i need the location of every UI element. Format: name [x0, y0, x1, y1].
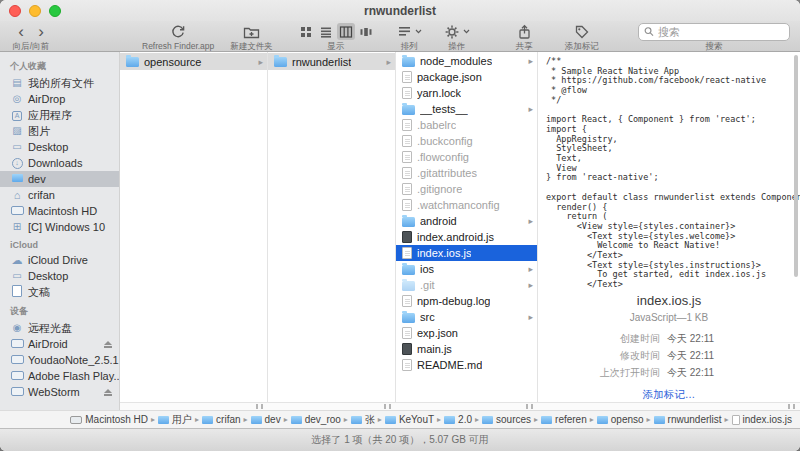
folder-name: opensource [144, 56, 202, 68]
sidebar-item-remote-disc[interactable]: 远程光盘 [0, 320, 119, 336]
sidebar-item-webstorm[interactable]: WebStorm [0, 384, 119, 400]
minimize-button[interactable] [29, 5, 41, 17]
file-row-gitattributes[interactable]: .gitattributes [396, 165, 537, 181]
path-separator: ▸ [151, 415, 155, 424]
eject-icon[interactable] [103, 389, 113, 396]
document-icon [402, 247, 412, 259]
sidebar-item-crifan[interactable]: crifan [0, 187, 119, 203]
sidebar-item-airdroid[interactable]: AirDroid [0, 336, 119, 352]
tags-label: 添加标记 [565, 41, 599, 51]
file-name: yarn.lock [417, 87, 461, 99]
sidebar-item-documents[interactable]: 文稿 [0, 284, 119, 300]
tags-button[interactable]: 添加标记 [565, 22, 599, 51]
file-row-main-js[interactable]: main.js [396, 341, 537, 357]
search-input[interactable] [658, 26, 784, 38]
file-row-npm-debug-log[interactable]: npm-debug.log [396, 293, 537, 309]
folder-icon [597, 416, 608, 424]
path-item-users[interactable]: 用户 [158, 413, 192, 427]
sidebar-item-downloads[interactable]: Downloads [0, 155, 119, 171]
sidebar-item-icloud-desktop[interactable]: Desktop [0, 268, 119, 284]
sidebar-item-all-my-files[interactable]: 我的所有文件 [0, 75, 119, 91]
file-row-buckconfig[interactable]: .buckconfig [396, 133, 537, 149]
icloud-section-title: iCloud [0, 235, 119, 252]
sidebar-item-macintosh-hd[interactable]: Macintosh HD [0, 203, 119, 219]
sidebar-item-windows-10[interactable]: [C] Windows 10 [0, 219, 119, 235]
file-row-index-ios-js[interactable]: index.ios.js [396, 245, 537, 261]
arrange-button[interactable]: 排列 [397, 22, 422, 51]
sidebar-item-adobe-flash-player[interactable]: Adobe Flash Play... [0, 368, 119, 384]
action-button[interactable]: 操作 [444, 22, 470, 51]
icon-view-button[interactable] [297, 23, 315, 40]
file-name: main.js [417, 343, 452, 355]
close-button[interactable] [9, 5, 21, 17]
new-folder-button[interactable]: 新建文件夹 [230, 22, 273, 51]
column-resize-handle[interactable] [256, 404, 263, 409]
file-row-index-android-js[interactable]: index.android.js [396, 229, 537, 245]
search-box[interactable] [638, 23, 790, 41]
file-row-src[interactable]: src▸ [396, 309, 537, 325]
file-row-git[interactable]: .git▸ [396, 277, 537, 293]
meta-label: 创建时间 [564, 332, 660, 346]
sidebar-item-desktop[interactable]: Desktop [0, 139, 119, 155]
file-row-yarn-lock[interactable]: yarn.lock [396, 85, 537, 101]
file-row-ios[interactable]: ios▸ [396, 261, 537, 277]
refresh-button[interactable]: Refresh Finder.app [142, 22, 214, 51]
path-item-macintosh-hd[interactable]: Macintosh HD [70, 414, 148, 425]
folder-row-opensource[interactable]: opensource▸ [120, 53, 267, 70]
path-item-5[interactable]: 张 [351, 413, 375, 427]
finder-window: rnwunderlist ‹ › 向后/向前 Refresh Finder.ap… [0, 0, 800, 451]
column-resize-handle[interactable] [788, 404, 795, 409]
path-item-index-ios-js[interactable]: index.ios.js [732, 414, 792, 425]
icloud-icon [10, 255, 24, 266]
list-view-button[interactable] [317, 23, 335, 40]
file-row-gitignore[interactable]: .gitignore [396, 181, 537, 197]
path-item-2-0[interactable]: 2.0 [444, 414, 472, 425]
column-resize-handle[interactable] [384, 404, 391, 409]
zoom-button[interactable] [49, 5, 61, 17]
sidebar-item-airdrop[interactable]: AirDrop [0, 91, 119, 107]
column-resize-handle[interactable] [526, 404, 533, 409]
sidebar-item-icloud-drive[interactable]: iCloud Drive [0, 252, 119, 268]
sidebar-item-pictures[interactable]: 图片 [0, 123, 119, 139]
file-row-babelrc[interactable]: .babelrc [396, 117, 537, 133]
path-item-opensource[interactable]: openso [597, 414, 644, 425]
search-group: 搜索 [638, 22, 790, 51]
sidebar-item-youdaonote[interactable]: YoudaoNote_2.5.1 [0, 352, 119, 368]
file-row-package-json[interactable]: package.json [396, 69, 537, 85]
file-row-exp-json[interactable]: exp.json [396, 325, 537, 341]
path-item-reference[interactable]: referen [541, 414, 587, 425]
file-row-node-modules[interactable]: node_modules▸ [396, 53, 537, 69]
coverflow-view-button[interactable] [357, 23, 375, 40]
add-tags-link[interactable]: 添加标记… [538, 388, 800, 402]
folder-icon [402, 105, 415, 115]
file-name: index.android.js [417, 231, 494, 243]
eject-icon[interactable] [103, 341, 113, 348]
back-button[interactable]: ‹ [12, 24, 30, 40]
column-parent: opensource▸ [120, 52, 268, 402]
path-item-sources[interactable]: sources [482, 414, 531, 425]
title-bar[interactable]: rnwunderlist [0, 0, 800, 21]
file-row-android[interactable]: android▸ [396, 213, 537, 229]
file-row-watchmanconfig[interactable]: .watchmanconfig [396, 197, 537, 213]
file-row-readme-md[interactable]: README.md [396, 357, 537, 373]
sidebar-item-label: 我的所有文件 [28, 76, 94, 91]
path-item-crifan[interactable]: crifan [202, 414, 240, 425]
sidebar-item-dev[interactable]: dev [0, 171, 119, 187]
share-button[interactable]: 共享 [516, 22, 533, 51]
folder-row-rnwunderlist[interactable]: rnwunderlist▸ [268, 53, 395, 70]
refresh-label: Refresh Finder.app [142, 41, 214, 51]
preview-scrollbar[interactable] [794, 55, 798, 277]
forward-button[interactable]: › [32, 24, 50, 40]
sidebar-item-applications[interactable]: 应用程序 [0, 107, 119, 123]
path-item-dev[interactable]: dev [251, 414, 281, 425]
share-icon [517, 24, 532, 40]
path-item-rnwunderlist[interactable]: rnwunderlist [654, 414, 722, 425]
window-title: rnwunderlist [364, 4, 436, 18]
toolbar: ‹ › 向后/向前 Refresh Finder.app 新建文件夹 [0, 21, 800, 52]
path-item-keyout[interactable]: KeYouT [385, 414, 434, 425]
file-name: node_modules [420, 55, 492, 67]
column-view-button[interactable] [337, 23, 355, 40]
path-item-dev-root[interactable]: dev_roo [291, 414, 341, 425]
file-row-tests[interactable]: __tests__▸ [396, 101, 537, 117]
file-row-flowconfig[interactable]: .flowconfig [396, 149, 537, 165]
